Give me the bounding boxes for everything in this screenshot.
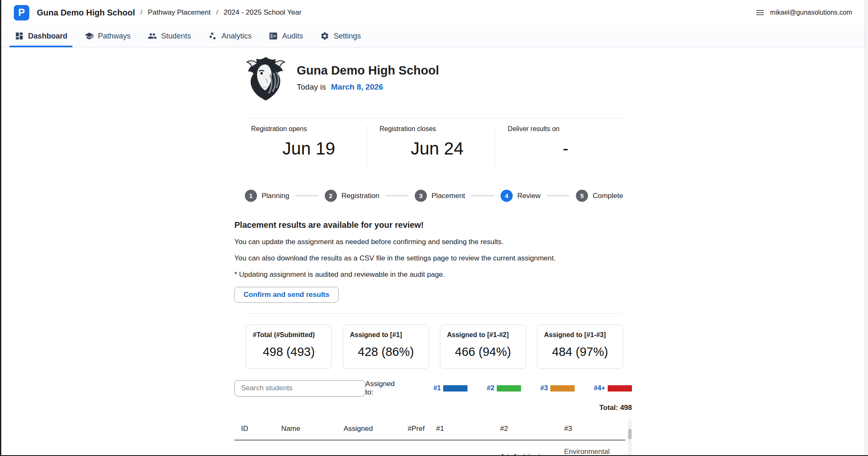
analytics-icon — [208, 31, 217, 41]
dashboard-content: Guna Demo High School Today is March 8, … — [234, 47, 632, 456]
stat-card-assigned-1: Assigned to [#1] 428 (86%) — [343, 325, 429, 369]
key-dates-section: Registration opens Jun 19 Registration c… — [245, 118, 623, 169]
col-header-1: #1 — [429, 418, 493, 440]
legend-label: #4+ — [594, 384, 605, 392]
legend-swatch-red — [608, 385, 632, 392]
table-scrollbar-track[interactable] — [628, 419, 632, 456]
legend-item-2: #2 — [487, 384, 521, 392]
col-header-3: #3 — [557, 418, 625, 440]
cell-name: Jason Kennedy — [275, 440, 337, 456]
step-label: Registration — [342, 192, 380, 200]
stat-label: Assigned to [#1-#3] — [544, 331, 616, 339]
col-header-name: Name — [275, 418, 337, 440]
step-number: 1 — [245, 190, 257, 202]
tab-label: Analytics — [221, 32, 252, 41]
user-email[interactable]: mikael@gunasolutions.com — [770, 9, 852, 16]
date-value: Jun 24 — [380, 139, 495, 159]
step-label: Planning — [262, 192, 289, 200]
today-date[interactable]: March 8, 2026 — [331, 82, 383, 91]
tab-label: Settings — [334, 32, 361, 41]
phase-stepper: 1 Planning 2 Registration 3 Placement 4 … — [245, 190, 623, 202]
stat-card-assigned-1-3: Assigned to [#1-#3] 484 (97%) — [537, 325, 623, 369]
step-label: Complete — [593, 192, 623, 200]
date-value: Jun 19 — [251, 139, 367, 159]
dashboard-icon — [15, 31, 24, 41]
stat-card-assigned-1-2: Assigned to [#1-#2] 466 (94%) — [440, 325, 526, 369]
cell-assigned: Biomedical Science — [337, 440, 401, 456]
review-note: * Updating assignment is audited and rev… — [234, 271, 632, 279]
review-line-2: You can also download the results as a C… — [234, 254, 632, 263]
legend-swatch-green — [497, 385, 521, 392]
breadcrumb-separator: / — [216, 8, 218, 17]
assigned-legend: Assigned to: #1 #2 #3 #4+ — [365, 380, 632, 397]
step-connector — [547, 196, 570, 196]
date-value: - — [508, 139, 623, 159]
tab-dashboard[interactable]: Dashboard — [10, 25, 72, 47]
date-deliver-results: Deliver results on - — [495, 125, 623, 169]
step-complete: 5 Complete — [576, 190, 623, 202]
table-controls: Assigned to: #1 #2 #3 #4+ — [234, 380, 632, 397]
search-input[interactable] — [234, 380, 365, 397]
tab-settings[interactable]: Settings — [315, 25, 366, 47]
total-count: Total: 498 — [234, 404, 632, 412]
school-hero: Guna Demo High School Today is March 8, … — [245, 54, 632, 101]
section-divider — [246, 313, 623, 314]
cell-choice-1: Biomedical Science — [429, 440, 493, 456]
step-number: 4 — [501, 190, 513, 202]
breadcrumb-year[interactable]: 2024 - 2025 School Year — [223, 8, 301, 17]
school-mascot-logo — [245, 54, 287, 101]
col-header-assigned: Assigned — [337, 418, 401, 440]
stat-label: #Total (#Submitted) — [253, 331, 325, 339]
col-header-id: ID — [234, 418, 275, 440]
today-prefix: Today is — [297, 82, 326, 91]
page-scrollbar[interactable] — [864, 0, 868, 456]
stat-value: 498 (493) — [253, 345, 325, 359]
top-header: P Guna Demo High School / Pathway Placem… — [1, 0, 865, 25]
tab-label: Students — [161, 32, 191, 41]
step-number: 5 — [576, 190, 588, 202]
stat-value: 484 (97%) — [544, 345, 616, 359]
tab-label: Dashboard — [28, 32, 67, 41]
students-icon — [148, 31, 157, 41]
menu-icon[interactable] — [755, 8, 765, 18]
step-connector — [471, 196, 494, 196]
main-nav: Dashboard Pathways Students Analytics Au… — [1, 25, 865, 47]
table-row: S0000 Jason Kennedy Biomedical Science #… — [234, 440, 625, 456]
date-label: Registration opens — [251, 125, 367, 133]
tab-students[interactable]: Students — [143, 25, 196, 47]
window-left-edge — [0, 0, 1, 456]
audits-icon — [269, 31, 278, 41]
app-logo[interactable]: P — [14, 5, 29, 21]
tab-audits[interactable]: Audits — [264, 25, 308, 47]
today-line: Today is March 8, 2026 — [297, 82, 439, 92]
step-registration: 2 Registration — [325, 190, 380, 202]
date-label: Deliver results on — [508, 125, 623, 133]
step-planning: 1 Planning — [245, 190, 289, 202]
stats-cards: #Total (#Submitted) 498 (493) Assigned t… — [246, 325, 632, 369]
legend-label: #1 — [433, 384, 441, 392]
review-heading: Placement results are available for your… — [234, 220, 632, 230]
legend-swatch-blue — [443, 385, 467, 392]
breadcrumb-app[interactable]: Pathway Placement — [148, 8, 211, 17]
date-registration-opens: Registration opens Jun 19 — [245, 125, 367, 169]
col-header-2: #2 — [493, 418, 557, 440]
stat-label: Assigned to [#1] — [350, 331, 422, 339]
table-scrollbar-thumb[interactable] — [628, 429, 632, 439]
step-number: 3 — [415, 190, 427, 202]
date-registration-closes: Registration closes Jun 24 — [367, 125, 495, 169]
legend-title: Assigned to: — [365, 380, 400, 397]
stat-value: 428 (86%) — [350, 345, 422, 359]
table-header-row: ID Name Assigned #Pref #1 #2 #3 — [234, 418, 625, 440]
settings-icon — [320, 31, 329, 41]
page-title: Guna Demo High School — [297, 64, 439, 77]
review-message-section: Placement results are available for your… — [234, 220, 632, 303]
step-placement: 3 Placement — [415, 190, 465, 202]
tab-analytics[interactable]: Analytics — [203, 25, 257, 47]
breadcrumb: Guna Demo High School / Pathway Placemen… — [37, 8, 301, 18]
cell-choice-3: Environmental Conservation & Renewable E… — [557, 440, 625, 456]
school-name: Guna Demo High School — [37, 8, 135, 18]
confirm-send-results-button[interactable]: Confirm and send results — [234, 287, 339, 303]
legend-item-3: #3 — [540, 384, 575, 392]
breadcrumb-separator: / — [140, 8, 142, 17]
tab-pathways[interactable]: Pathways — [80, 25, 136, 47]
